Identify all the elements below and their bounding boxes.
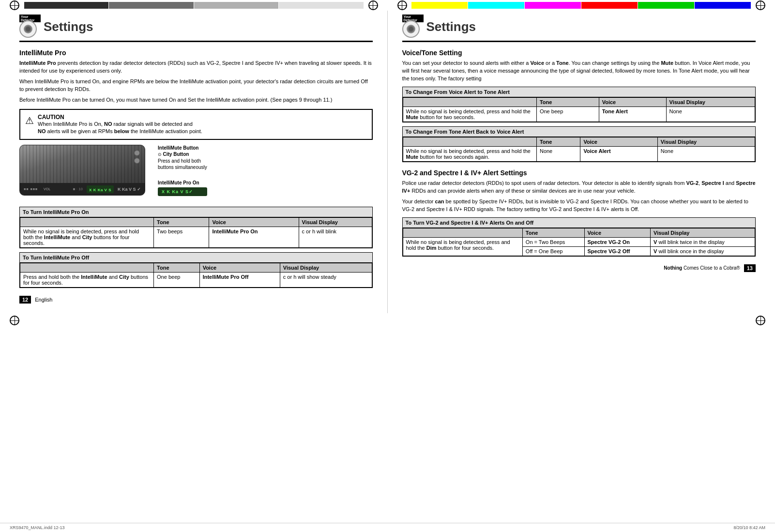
right-page-number: 13 [744, 264, 756, 272]
table-on-col-tone: Tone [154, 218, 209, 227]
intellimute-display-text: X K Ka V S✓ [162, 189, 193, 194]
color-bar-2 [109, 2, 193, 9]
color-bar-8 [581, 2, 638, 9]
diagram-right: IntelliMute Button ⊙ City Button Press a… [158, 145, 207, 196]
detector-brand-label: ■■ ■■■ [24, 187, 38, 191]
table-vg2-col-voice: Voice [584, 228, 651, 237]
detector-image-container: ■■ ■■■ VOL ■ · 10 X K Ka V S K Ka V S ✓ [19, 145, 150, 203]
table-tone-to-voice: To Change From Tone Alert Back to Voice … [402, 126, 756, 162]
color-bar-4 [279, 2, 363, 9]
table-intellimute-off: To Turn IntelliMute Pro Off Tone Voice V… [19, 252, 373, 288]
left-color-bars [24, 2, 364, 9]
intellimute-on-display: X K Ka V S✓ [158, 187, 207, 196]
right-bottom-bar [388, 315, 775, 326]
detector-k-label: K Ka V S ✓ [118, 187, 141, 192]
table-off-tone: One beep [154, 273, 200, 288]
intellimute-pro-title: IntelliMute Pro [19, 49, 373, 57]
table-t2v-col-action [403, 137, 536, 146]
detector-btn1 [134, 150, 140, 156]
bottom-bar-row [0, 315, 775, 326]
intellimute-on-label: IntelliMute Pro On [158, 180, 207, 185]
reg-mark-tc2 [397, 0, 407, 10]
right-footer: Nothing Comes Close to a Cobra® 13 [402, 264, 756, 272]
table-voice-to-tone: To Change From Voice Alert to Tone Alert… [402, 87, 756, 122]
table-off-content: Tone Voice Visual Display Press and hold… [20, 263, 372, 288]
caution-content: CAUTION When IntelliMute Pro is On, NO r… [38, 114, 202, 136]
table-v2t-voice: Tone Alert [599, 106, 666, 122]
caution-text1: When IntelliMute Pro is On, NO radar sig… [38, 121, 202, 128]
table-vg2-col-tone: Tone [522, 228, 584, 237]
left-header-icon-wrapper: Your Detector [19, 15, 41, 38]
table-off-header: To Turn IntelliMute Pro Off [20, 253, 372, 263]
table-v2t-col-action [403, 97, 536, 106]
table-v2t-action: While no signal is being detected, press… [403, 106, 536, 122]
table-on-header: To Turn IntelliMute Pro On [20, 207, 372, 217]
left-page: Your Detector Settings IntelliMute Pro I… [0, 11, 388, 313]
caution-icon: ⚠ [25, 115, 34, 126]
intellimute-button-label-row: IntelliMute Button ⊙ City Button Press a… [158, 145, 207, 170]
caution-title: CAUTION [38, 114, 202, 121]
table-on-action: While no signal is being detected, press… [20, 227, 154, 248]
right-page: Your Detector Settings Voice/Tone Settin… [388, 11, 775, 313]
vg2-section-title: VG-2 and Spectre I & IV+ Alert Settings [402, 169, 756, 177]
table-v2t-visual: None [666, 106, 755, 122]
voice-tone-title: Voice/Tone Setting [402, 49, 756, 57]
table-row: While no signal is being detected, press… [20, 227, 372, 248]
table-on-content: Tone Voice Visual Display While no signa… [20, 217, 372, 248]
diagram-left: ■■ ■■■ VOL ■ · 10 X K Ka V S K Ka V S ✓ [19, 145, 150, 203]
table-t2v-col-voice: Voice [580, 137, 657, 146]
table-v2t-col-voice: Voice [599, 97, 666, 106]
caution-box: ⚠ CAUTION When IntelliMute Pro is On, NO… [19, 109, 373, 140]
table-off-col-action [20, 263, 154, 273]
table-row: While no signal is being detected, press… [403, 106, 755, 122]
color-bar-5 [411, 2, 468, 9]
vg2-para2: Your detector can be spotted by Spectre … [402, 198, 756, 213]
press-label: Press and hold both [158, 158, 201, 164]
left-footer: 12 English [19, 296, 373, 304]
right-header-icon-wrapper: Your Detector [402, 15, 424, 38]
table-vg2-visual-off: V will blink once in the display [651, 246, 755, 256]
table-t2v-content: Tone Voice Visual Display While no signa… [403, 137, 756, 162]
diagram-section: ■■ ■■■ VOL ■ · 10 X K Ka V S K Ka V S ✓ [19, 145, 373, 203]
table-vg2-content: Tone Voice Visual Display While no signa… [403, 228, 756, 256]
pages-row: Your Detector Settings IntelliMute Pro I… [0, 11, 775, 313]
table-vg2-visual-on: V will blink twice in the display [651, 237, 755, 246]
table-t2v-col-tone: Tone [536, 137, 580, 146]
detector-btn2 [134, 158, 140, 164]
reg-mark-tl [10, 0, 19, 10]
table-vg2-voice-on: Spectre VG-2 On [584, 237, 651, 246]
table-t2v-action: While no signal is being detected, press… [403, 146, 536, 161]
table-t2v-header: To Change From Tone Alert Back to Voice … [403, 127, 756, 137]
detector-bottom-panel: ■■ ■■■ VOL ■ · 10 X K Ka V S K Ka V S ✓ [20, 183, 145, 195]
left-page-number: 12 [19, 296, 31, 304]
color-bar-10 [695, 2, 751, 9]
table-v2t-col-tone: Tone [536, 97, 599, 106]
voice-tone-para: You can set your detector to sound alert… [402, 60, 756, 83]
bottom-right-text: 8/20/10 8:42 AM [733, 525, 765, 530]
intellimute-para2: When IntelliMute Pro is turned On, and e… [19, 78, 373, 93]
detector-grille [20, 145, 145, 183]
detector-scale: ■ · 10 [73, 187, 83, 191]
vg2-para1: Police use radar detector detectors (RDD… [402, 180, 756, 195]
bottom-left-text: XRS9470_MANL.indd 12-13 [10, 525, 65, 530]
table-vg2-tone-on: On = Two Beeps [522, 237, 584, 246]
left-bottom-bar [0, 315, 388, 326]
table-vg2-col-action [403, 228, 522, 237]
right-top-bar [388, 0, 775, 11]
brand-text-rest: Comes Close to a Cobra® [684, 265, 740, 271]
table-on-col-action [20, 218, 154, 227]
table-v2t-header: To Change From Voice Alert to Tone Alert [403, 87, 756, 97]
table-t2v-visual: None [657, 146, 755, 161]
caution-text2: NO alerts will be given at RPMs below th… [38, 128, 202, 135]
reg-mark-br [756, 316, 765, 325]
left-lang: English [35, 297, 52, 303]
right-brand-text: Nothing Comes Close to a Cobra® [664, 265, 740, 271]
left-header-icon [19, 20, 37, 38]
right-page-header: Your Detector Settings [402, 15, 756, 42]
detector-display-text: X K Ka V S [89, 188, 111, 192]
detector-vol-label: VOL [44, 187, 50, 191]
table-off-voice: IntelliMute Pro Off [199, 273, 280, 288]
left-page-header: Your Detector Settings [19, 15, 373, 42]
full-page: Your Detector Settings IntelliMute Pro I… [0, 0, 775, 532]
table-on-visual: c or h will blink [299, 227, 372, 248]
